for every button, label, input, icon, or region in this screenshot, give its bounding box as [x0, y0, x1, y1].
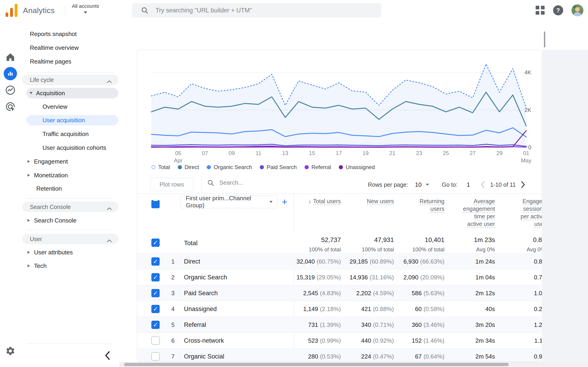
- sidebar-item-tech[interactable]: Tech: [21, 260, 120, 272]
- chevron-right-icon: [27, 265, 30, 267]
- analytics-logo-icon: [5, 4, 19, 17]
- cell-value: 523: [308, 337, 318, 344]
- column-header-line: New users: [339, 198, 394, 205]
- svg-text:4K: 4K: [525, 69, 531, 75]
- column-header-line: per active: [490, 213, 542, 220]
- sidebar-item-monetization[interactable]: Monetization: [21, 169, 120, 181]
- dimension-selector[interactable]: First user prim...Channel Group): [180, 195, 277, 208]
- total-value: 0.80: [490, 236, 542, 244]
- cell-1: 32,040(60.75%): [286, 254, 341, 269]
- dimension-selector-value: First user prim...Channel Group): [186, 195, 267, 209]
- explore-icon[interactable]: [0, 85, 21, 95]
- cell-2: 2,202(4.59%): [339, 285, 394, 301]
- column-header-line: sessions: [490, 205, 542, 213]
- row-checkbox[interactable]: [151, 321, 160, 329]
- sidebar-item-reports-snapshot[interactable]: Reports snapshot: [21, 28, 120, 40]
- column-header-returning-users[interactable]: Returningusers: [389, 198, 444, 213]
- user-avatar[interactable]: [571, 4, 583, 16]
- go-to-input[interactable]: 1: [467, 181, 470, 188]
- chevron-down-icon[interactable]: [426, 184, 429, 186]
- sidebar-item-search-console[interactable]: Search Console: [21, 215, 120, 226]
- legend-label: Organic Search: [214, 164, 252, 170]
- row-checkbox[interactable]: [151, 352, 160, 361]
- topbar-actions: ?: [536, 0, 583, 21]
- sidebar-item-life-cycle[interactable]: Life cycle: [22, 75, 119, 85]
- cell-value: 1.20: [534, 321, 542, 328]
- cell-percent: (0.53%): [320, 353, 341, 360]
- home-icon[interactable]: [0, 52, 21, 62]
- cell-3: 10,401100% of total: [389, 236, 444, 253]
- sidebar-item-label: User attributes: [34, 249, 73, 256]
- advertising-icon[interactable]: [0, 101, 21, 112]
- cell-4: 1m 24s: [440, 254, 495, 269]
- sidebar-item-label: Search Console: [30, 204, 71, 210]
- svg-text:19: 19: [363, 150, 369, 156]
- sidebar-item-acquisition[interactable]: Acquisition: [26, 88, 118, 98]
- row-checkbox[interactable]: [151, 257, 160, 266]
- vertical-scrollbar[interactable]: [544, 31, 545, 48]
- column-header-new-users[interactable]: New users: [339, 198, 394, 205]
- cell-percent: (4.83%): [320, 290, 341, 297]
- apps-grid-icon[interactable]: [536, 6, 545, 15]
- sidebar-item-user[interactable]: User: [22, 234, 119, 244]
- global-search[interactable]: [132, 3, 381, 17]
- table-search[interactable]: [207, 179, 303, 186]
- user-acquisition-chart: 02K4K05Apr07091113151719212325272901May: [137, 50, 541, 174]
- cell-value: 340: [361, 321, 371, 328]
- sidebar-item-label: Retention: [36, 185, 62, 192]
- next-page-icon[interactable]: [521, 181, 526, 188]
- table-row-paid-search: 3Paid Search2,545(4.83%)2,202(4.59%)586(…: [137, 285, 541, 301]
- sidebar-item-label: Realtime overview: [30, 44, 78, 51]
- row-number: 4: [168, 301, 178, 317]
- row-checkbox[interactable]: [151, 273, 160, 282]
- global-search-input[interactable]: [155, 7, 363, 14]
- cell-5: 0.75: [490, 269, 542, 285]
- table-search-input[interactable]: [219, 179, 303, 186]
- cell-3: 67(0.64%): [389, 349, 444, 362]
- table-toolbar: Plot rows Rows per page: 10 Go to: 1: [137, 176, 541, 194]
- previous-page-icon[interactable]: [480, 181, 485, 188]
- row-number: 1: [168, 254, 178, 269]
- cell-4: 2m 54s: [440, 349, 495, 362]
- row-checkbox[interactable]: [151, 336, 160, 345]
- plot-rows-button[interactable]: Plot rows: [150, 178, 194, 191]
- sidebar-item-label: User acquisition: [43, 117, 85, 124]
- reports-icon[interactable]: [4, 67, 17, 80]
- analytics-logo[interactable]: Analytics: [5, 4, 55, 17]
- settings-icon[interactable]: [0, 346, 21, 356]
- chevron-right-icon: [27, 219, 30, 222]
- select-all-checkbox[interactable]: [151, 200, 160, 208]
- account-switcher[interactable]: All accounts: [72, 3, 99, 14]
- row-checkbox[interactable]: [151, 305, 160, 313]
- sidebar-item-overview[interactable]: Overview: [21, 101, 120, 112]
- sidebar-item-traffic-acquisition[interactable]: Traffic acquisition: [21, 128, 120, 140]
- column-header-average-engagement-time-per-active-user[interactable]: Averageengagementtime peractive user: [440, 198, 495, 228]
- column-header-total-users[interactable]: ↓Total users: [286, 198, 341, 205]
- sidebar-item-user-attributes[interactable]: User attributes: [21, 247, 120, 258]
- sidebar-item-engagement[interactable]: Engagement: [21, 156, 120, 167]
- cell-4: 40s: [440, 301, 495, 317]
- rows-per-page-select[interactable]: 10: [415, 181, 422, 188]
- row-checkbox[interactable]: [151, 239, 160, 247]
- svg-text:May: May: [521, 157, 531, 164]
- horizontal-scrollbar[interactable]: [124, 363, 509, 366]
- sidebar-item-user-acquisition[interactable]: User acquisition: [26, 115, 118, 125]
- sidebar-item-realtime-pages[interactable]: Realtime pages: [21, 56, 120, 67]
- help-icon[interactable]: ?: [553, 5, 563, 15]
- row-checkbox[interactable]: [151, 289, 160, 297]
- report-card: 02K4K05Apr07091113151719212325272901May …: [137, 50, 542, 362]
- legend-item-referral: Referral: [304, 164, 331, 170]
- column-header-engaged-sessions-per-active-user[interactable]: Engagedsessionsper activeuser: [490, 198, 542, 228]
- cell-5: 0.82: [490, 254, 542, 269]
- svg-text:11: 11: [256, 150, 261, 156]
- legend-swatch: [151, 165, 156, 169]
- total-subvalue: 100% of total: [286, 246, 341, 253]
- report-nav: Reports snapshotRealtime overviewRealtim…: [21, 21, 120, 367]
- collapse-nav-button[interactable]: [101, 349, 114, 362]
- sidebar-item-search-console[interactable]: Search Console: [22, 202, 119, 212]
- sidebar-item-realtime-overview[interactable]: Realtime overview: [21, 42, 120, 53]
- sidebar-item-user-acquisition-cohorts[interactable]: User acquisition cohorts: [21, 142, 120, 153]
- nav-divider: [26, 198, 114, 198]
- sidebar-item-retention[interactable]: Retention: [21, 183, 120, 194]
- nav-divider: [26, 230, 114, 230]
